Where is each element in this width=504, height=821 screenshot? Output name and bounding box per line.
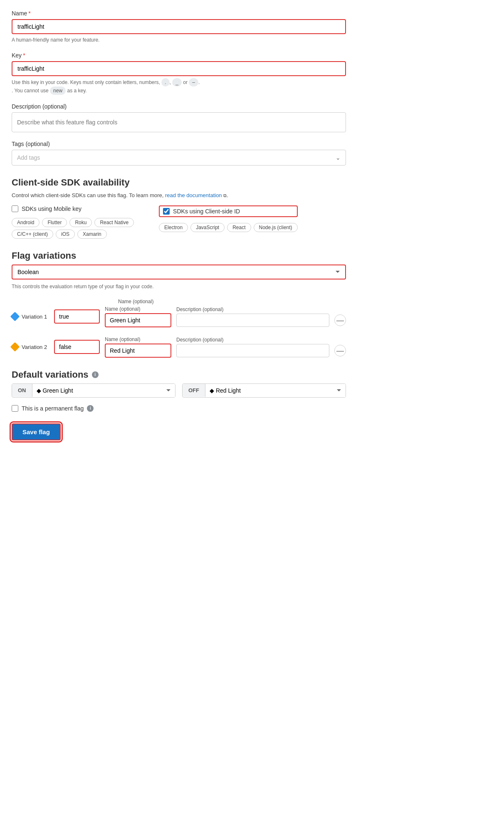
key-hint-text3: . You cannot use — [12, 88, 49, 94]
mobile-sdk-tags: Android Flutter Roku React Native — [12, 218, 134, 227]
variation2-label: Variation 2 — [22, 344, 47, 350]
key-new-badge: new — [50, 87, 66, 95]
variation1-label: Variation 1 — [22, 314, 47, 320]
off-select-group: OFF ◆ Red Light — [182, 383, 346, 398]
key-hint-text4: as a key. — [67, 88, 86, 94]
on-select-group: ON ◆ Green Light — [12, 383, 175, 398]
key-label-text: Key — [12, 52, 22, 59]
sdk-tag-flutter: Flutter — [42, 218, 67, 227]
variation-column-headers: Name (optional) — [12, 299, 346, 304]
variation1-desc-label: Description (optional) — [176, 307, 329, 312]
variation2-remove-button[interactable]: — — [334, 345, 346, 356]
sdk-section-subtitle: Control which client-side SDKs can use t… — [12, 191, 346, 200]
variation1-name-col-label: Name (optional) — [118, 299, 153, 304]
variation-type-wrapper: Boolean — [12, 265, 346, 279]
description-label: Description (optional) — [12, 103, 346, 110]
variation2-desc-label: Description (optional) — [176, 337, 329, 343]
variation1-desc-input[interactable] — [176, 314, 329, 327]
mobile-key-label: SDKs using Mobile key — [22, 205, 82, 212]
key-required-indicator: * — [23, 52, 25, 59]
permanent-flag-info-icon: i — [87, 405, 94, 412]
permanent-flag-label: This is a permanent flag — [22, 405, 84, 412]
sdk-tag-nodejs: Node.js (client) — [254, 223, 298, 232]
variation1-remove-button[interactable]: — — [334, 314, 346, 326]
variation2-header: Variation 2 — [12, 344, 49, 350]
variation2-name-input[interactable] — [105, 344, 171, 358]
sdk-tag-android: Android — [12, 218, 40, 227]
sdk-tag-xamarin: Xamarin — [77, 230, 107, 239]
key-underscore-badge: _ — [172, 78, 182, 87]
variation-type-select[interactable]: Boolean — [12, 265, 346, 279]
tags-input[interactable]: Add tags ⌄ — [12, 150, 346, 166]
sdk-tag-roku: Roku — [69, 218, 92, 227]
default-variations-info-icon: i — [92, 371, 99, 378]
variation2-row: Variation 2 Name (optional) Description … — [12, 336, 346, 358]
key-dash-badge: – — [189, 78, 198, 87]
variation2-name-label: Name (optional) — [105, 336, 171, 342]
default-variations-title-text: Default variations — [12, 369, 89, 380]
variation1-desc-group: Description (optional) — [176, 307, 329, 327]
variation2-name-group: Name (optional) — [105, 336, 171, 358]
flag-variations-title: Flag variations — [12, 250, 346, 261]
tags-placeholder: Add tags — [17, 154, 40, 161]
tags-chevron-icon: ⌄ — [336, 154, 341, 161]
variation1-diamond-icon — [10, 312, 20, 321]
name-label: Name * — [12, 10, 346, 17]
variation1-header: Variation 1 — [12, 313, 49, 320]
sdk-section: Client-side SDK availability Control whi… — [12, 177, 346, 239]
default-variations-title: Default variations i — [12, 369, 346, 380]
mobile-key-group: SDKs using Mobile key Android Flutter Ro… — [12, 205, 134, 239]
save-flag-button[interactable]: Save flag — [12, 423, 61, 440]
flag-variations-section: Flag variations Boolean This controls th… — [12, 250, 346, 358]
description-input[interactable] — [12, 112, 346, 132]
variation1-name-label: Name (optional) — [105, 306, 171, 312]
key-label: Key * — [12, 52, 346, 59]
client-side-id-checkbox[interactable] — [163, 208, 170, 215]
name-field-group: Name * A human-friendly name for your fe… — [12, 10, 346, 44]
sdk-tag-cpp: C/C++ (client) — [12, 230, 53, 239]
tags-label: Tags (optional) — [12, 141, 346, 147]
name-label-text: Name — [12, 10, 27, 17]
key-input[interactable] — [12, 61, 346, 76]
off-select[interactable]: ◆ Red Light — [205, 384, 346, 397]
off-label: OFF — [183, 384, 205, 397]
mobile-key-checkbox[interactable] — [12, 205, 18, 212]
key-hint: Use this key in your code. Keys must onl… — [12, 78, 346, 95]
permanent-flag-checkbox[interactable] — [12, 405, 18, 412]
variation2-desc-group: Description (optional) — [176, 337, 329, 357]
variation2-value-input[interactable] — [54, 340, 100, 354]
variation1-name-input[interactable] — [105, 313, 171, 327]
sdk-doc-link[interactable]: read the documentation — [165, 192, 222, 198]
key-hint-text1: Use this key in your code. Keys must onl… — [12, 79, 160, 85]
variation1-row: Variation 1 Name (optional) Description … — [12, 306, 346, 327]
mobile-key-option: SDKs using Mobile key — [12, 205, 134, 212]
sdk-subtitle-text: Control which client-side SDKs can use t… — [12, 192, 163, 198]
client-side-id-group: SDKs using Client-side ID Electron JavaS… — [159, 205, 297, 232]
description-label-text: Description (optional) — [12, 103, 67, 110]
variation1-value-input[interactable] — [54, 309, 100, 324]
on-select[interactable]: ◆ Green Light — [32, 384, 175, 397]
on-label: ON — [12, 384, 32, 397]
variation1-name-group: Name (optional) — [105, 306, 171, 327]
key-field-group: Key * Use this key in your code. Keys mu… — [12, 52, 346, 95]
sdk-tag-javascript: JavaScript — [190, 223, 225, 232]
sdk-options-row: SDKs using Mobile key Android Flutter Ro… — [12, 205, 346, 239]
client-side-id-option: SDKs using Client-side ID — [159, 205, 297, 217]
tags-label-text: Tags (optional) — [12, 141, 50, 147]
key-hint-text2: or — [183, 79, 188, 85]
mobile-sdk-tags-2: C/C++ (client) iOS Xamarin — [12, 230, 134, 239]
name-input[interactable] — [12, 19, 346, 34]
sdk-tag-ios: iOS — [56, 230, 75, 239]
default-variations-row: ON ◆ Green Light OFF ◆ Red Light — [12, 383, 346, 398]
sdk-tag-react-native: React Native — [94, 218, 134, 227]
variation-hint: This controls the evaluation return type… — [12, 283, 346, 290]
default-variations-section: Default variations i ON ◆ Green Light OF… — [12, 369, 346, 398]
sdk-section-title: Client-side SDK availability — [12, 177, 346, 188]
name-hint: A human-friendly name for your feature. — [12, 36, 346, 44]
client-side-id-label: SDKs using Client-side ID — [173, 208, 240, 215]
client-sdk-tags: Electron JavaScript React Node.js (clien… — [159, 223, 297, 232]
variation2-desc-input[interactable] — [176, 344, 329, 357]
key-dot-badge: . — [161, 78, 169, 87]
external-link-icon: ⧉ — [223, 193, 227, 198]
name-required-indicator: * — [28, 10, 30, 17]
